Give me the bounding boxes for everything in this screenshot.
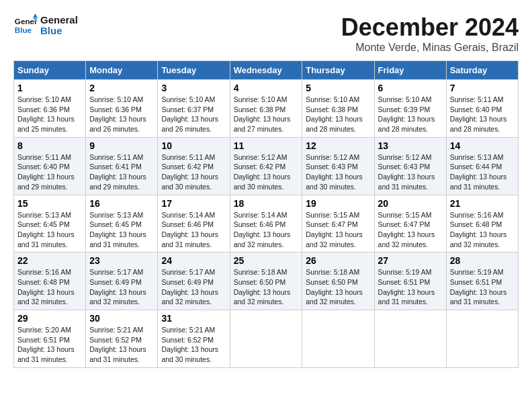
calendar-cell: 15Sunrise: 5:13 AMSunset: 6:45 PMDayligh…: [14, 195, 86, 253]
calendar-header-wednesday: Wednesday: [230, 61, 302, 80]
day-number: 7: [450, 83, 515, 93]
calendar-cell: [446, 310, 518, 368]
day-number: 11: [234, 140, 299, 151]
calendar-header-row: SundayMondayTuesdayWednesdayThursdayFrid…: [14, 61, 519, 80]
day-number: 24: [161, 255, 226, 266]
day-number: 10: [161, 140, 226, 151]
day-number: 12: [306, 140, 370, 151]
day-number: 5: [306, 83, 370, 93]
day-number: 31: [161, 313, 226, 324]
calendar-cell: 12Sunrise: 5:12 AMSunset: 6:43 PMDayligh…: [302, 137, 374, 195]
location-subtitle: Monte Verde, Minas Gerais, Brazil: [341, 42, 519, 54]
day-number: 26: [306, 255, 370, 266]
day-info: Sunrise: 5:10 AMSunset: 6:36 PMDaylight:…: [17, 95, 82, 134]
calendar-cell: 21Sunrise: 5:16 AMSunset: 6:48 PMDayligh…: [446, 195, 518, 253]
calendar-cell: [302, 310, 374, 368]
day-number: 23: [89, 255, 154, 266]
calendar-cell: 22Sunrise: 5:16 AMSunset: 6:48 PMDayligh…: [14, 253, 86, 310]
day-info: Sunrise: 5:10 AMSunset: 6:38 PMDaylight:…: [306, 95, 370, 134]
calendar-week-row: 29Sunrise: 5:20 AMSunset: 6:51 PMDayligh…: [14, 310, 519, 368]
day-info: Sunrise: 5:15 AMSunset: 6:47 PMDaylight:…: [306, 210, 370, 250]
day-number: 18: [234, 198, 299, 209]
calendar-cell: [374, 310, 446, 368]
day-info: Sunrise: 5:19 AMSunset: 6:51 PMDaylight:…: [450, 267, 515, 307]
calendar-cell: 8Sunrise: 5:11 AMSunset: 6:40 PMDaylight…: [14, 137, 86, 195]
calendar-cell: 28Sunrise: 5:19 AMSunset: 6:51 PMDayligh…: [446, 253, 518, 310]
day-info: Sunrise: 5:13 AMSunset: 6:45 PMDaylight:…: [89, 210, 154, 250]
day-number: 30: [89, 313, 154, 324]
calendar-week-row: 8Sunrise: 5:11 AMSunset: 6:40 PMDaylight…: [14, 137, 519, 195]
day-number: 27: [378, 255, 443, 266]
calendar-body: 1Sunrise: 5:10 AMSunset: 6:36 PMDaylight…: [14, 80, 519, 368]
day-info: Sunrise: 5:13 AMSunset: 6:44 PMDaylight:…: [450, 152, 515, 192]
calendar-week-row: 15Sunrise: 5:13 AMSunset: 6:45 PMDayligh…: [14, 195, 519, 253]
day-number: 19: [306, 198, 370, 209]
svg-text:Blue: Blue: [15, 26, 32, 34]
day-number: 6: [378, 83, 443, 93]
calendar-table: SundayMondayTuesdayWednesdayThursdayFrid…: [13, 60, 519, 368]
day-info: Sunrise: 5:14 AMSunset: 6:46 PMDaylight:…: [161, 210, 226, 250]
calendar-cell: 2Sunrise: 5:10 AMSunset: 6:36 PMDaylight…: [86, 80, 158, 138]
calendar-cell: 14Sunrise: 5:13 AMSunset: 6:44 PMDayligh…: [446, 137, 518, 195]
day-info: Sunrise: 5:10 AMSunset: 6:36 PMDaylight:…: [89, 95, 154, 134]
day-info: Sunrise: 5:21 AMSunset: 6:52 PMDaylight:…: [161, 325, 226, 365]
calendar-cell: 11Sunrise: 5:12 AMSunset: 6:42 PMDayligh…: [230, 137, 302, 195]
day-info: Sunrise: 5:11 AMSunset: 6:40 PMDaylight:…: [450, 95, 515, 134]
day-info: Sunrise: 5:18 AMSunset: 6:50 PMDaylight:…: [306, 267, 370, 307]
day-number: 29: [17, 313, 82, 324]
day-number: 9: [89, 140, 154, 151]
logo-icon: General Blue: [13, 13, 38, 38]
calendar-cell: 4Sunrise: 5:10 AMSunset: 6:38 PMDaylight…: [230, 80, 302, 138]
calendar-cell: 24Sunrise: 5:17 AMSunset: 6:49 PMDayligh…: [158, 253, 230, 310]
calendar-cell: 10Sunrise: 5:11 AMSunset: 6:42 PMDayligh…: [158, 137, 230, 195]
day-info: Sunrise: 5:10 AMSunset: 6:39 PMDaylight:…: [378, 95, 443, 134]
day-info: Sunrise: 5:16 AMSunset: 6:48 PMDaylight:…: [450, 210, 515, 250]
title-section: December 2024 Monte Verde, Minas Gerais,…: [341, 13, 519, 54]
day-number: 8: [17, 140, 82, 151]
calendar-header-monday: Monday: [86, 61, 158, 80]
logo: General Blue General Blue: [13, 13, 78, 38]
calendar-cell: 19Sunrise: 5:15 AMSunset: 6:47 PMDayligh…: [302, 195, 374, 253]
day-info: Sunrise: 5:12 AMSunset: 6:43 PMDaylight:…: [378, 152, 443, 192]
day-info: Sunrise: 5:15 AMSunset: 6:47 PMDaylight:…: [378, 210, 443, 250]
day-number: 21: [450, 198, 515, 209]
day-number: 17: [161, 198, 226, 209]
calendar-cell: 27Sunrise: 5:19 AMSunset: 6:51 PMDayligh…: [374, 253, 446, 310]
calendar-cell: [230, 310, 302, 368]
calendar-cell: 3Sunrise: 5:10 AMSunset: 6:37 PMDaylight…: [158, 80, 230, 138]
calendar-cell: 25Sunrise: 5:18 AMSunset: 6:50 PMDayligh…: [230, 253, 302, 310]
calendar-header-thursday: Thursday: [302, 61, 374, 80]
calendar-cell: 1Sunrise: 5:10 AMSunset: 6:36 PMDaylight…: [14, 80, 86, 138]
day-number: 22: [17, 255, 82, 266]
calendar-week-row: 22Sunrise: 5:16 AMSunset: 6:48 PMDayligh…: [14, 253, 519, 310]
day-number: 25: [234, 255, 299, 266]
calendar-cell: 26Sunrise: 5:18 AMSunset: 6:50 PMDayligh…: [302, 253, 374, 310]
day-info: Sunrise: 5:16 AMSunset: 6:48 PMDaylight:…: [17, 267, 82, 307]
page-header: General Blue General Blue December 2024 …: [13, 13, 519, 54]
day-info: Sunrise: 5:13 AMSunset: 6:45 PMDaylight:…: [17, 210, 82, 250]
day-number: 28: [450, 255, 515, 266]
day-info: Sunrise: 5:14 AMSunset: 6:46 PMDaylight:…: [234, 210, 299, 250]
calendar-header-tuesday: Tuesday: [158, 61, 230, 80]
day-info: Sunrise: 5:12 AMSunset: 6:43 PMDaylight:…: [306, 152, 370, 192]
calendar-cell: 31Sunrise: 5:21 AMSunset: 6:52 PMDayligh…: [158, 310, 230, 368]
day-number: 15: [17, 198, 82, 209]
calendar-header-friday: Friday: [374, 61, 446, 80]
day-info: Sunrise: 5:21 AMSunset: 6:52 PMDaylight:…: [89, 325, 154, 365]
day-info: Sunrise: 5:17 AMSunset: 6:49 PMDaylight:…: [89, 267, 154, 307]
calendar-cell: 18Sunrise: 5:14 AMSunset: 6:46 PMDayligh…: [230, 195, 302, 253]
day-number: 16: [89, 198, 154, 209]
day-number: 14: [450, 140, 515, 151]
calendar-cell: 5Sunrise: 5:10 AMSunset: 6:38 PMDaylight…: [302, 80, 374, 138]
day-info: Sunrise: 5:20 AMSunset: 6:51 PMDaylight:…: [17, 325, 82, 365]
day-number: 3: [161, 83, 226, 93]
day-info: Sunrise: 5:12 AMSunset: 6:42 PMDaylight:…: [234, 152, 299, 192]
day-info: Sunrise: 5:11 AMSunset: 6:42 PMDaylight:…: [161, 152, 226, 192]
day-info: Sunrise: 5:10 AMSunset: 6:37 PMDaylight:…: [161, 95, 226, 134]
day-number: 20: [378, 198, 443, 209]
day-number: 4: [234, 83, 299, 93]
month-title: December 2024: [341, 13, 519, 42]
calendar-cell: 20Sunrise: 5:15 AMSunset: 6:47 PMDayligh…: [374, 195, 446, 253]
day-number: 1: [17, 83, 82, 93]
logo-text: General Blue: [40, 15, 78, 37]
